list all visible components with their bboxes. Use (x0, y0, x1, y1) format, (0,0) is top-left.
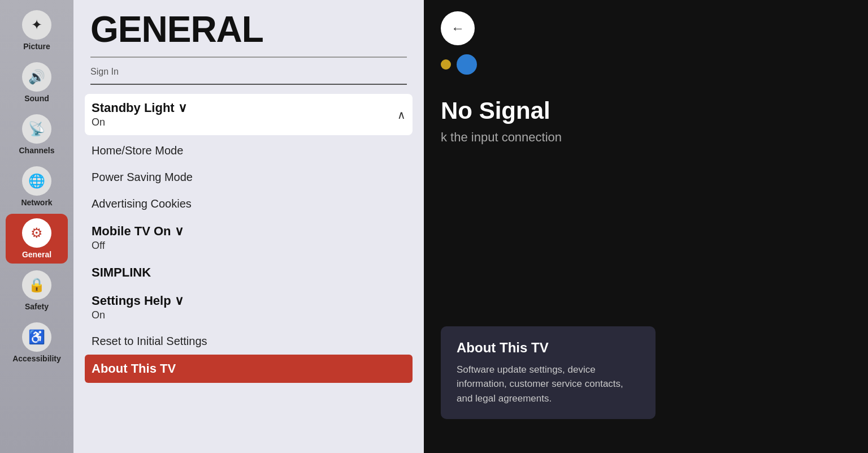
info-card-text: Software update settings, device informa… (457, 363, 640, 406)
settings-help-header: Settings Help ∨ On (92, 294, 406, 321)
channels-icon: 📡 (22, 114, 51, 144)
general-icon: ⚙ (22, 218, 51, 248)
sidebar-item-network-label: Network (21, 198, 52, 207)
sidebar-item-channels-label: Channels (19, 146, 54, 155)
simplink-name: SIMPLINK (92, 265, 406, 280)
page-title: GENERAL (90, 11, 407, 48)
amber-indicator (441, 59, 451, 70)
right-panel: ← No Signal k the input connection About… (424, 0, 868, 453)
indicator-row (441, 54, 477, 75)
back-button[interactable]: ← (441, 11, 475, 45)
mobile-tv-chevron-icon: ∨ (175, 224, 184, 238)
sign-in-label[interactable]: Sign In (73, 67, 424, 81)
home-store-mode-name: Home/Store Mode (92, 144, 406, 157)
sidebar-item-safety[interactable]: 🔒 Safety (6, 266, 68, 316)
menu-item-about-this-tv[interactable]: About This TV (85, 355, 413, 383)
network-icon: 🌐 (22, 166, 51, 196)
menu-item-power-saving-mode[interactable]: Power Saving Mode (85, 164, 413, 191)
safety-icon: 🔒 (22, 270, 51, 300)
settings-help-value: On (92, 309, 184, 321)
mobile-tv-on-name: Mobile TV On ∨ (92, 224, 184, 239)
accessibility-icon: ♿ (22, 322, 51, 352)
menu-item-standby-light[interactable]: Standby Light ∨ On ∧ (85, 94, 413, 135)
sidebar-item-general-label: General (22, 250, 51, 259)
menu-item-reset[interactable]: Reset to Initial Settings (85, 328, 413, 355)
blue-indicator (457, 54, 477, 75)
sidebar-item-picture-label: Picture (23, 42, 50, 51)
sound-icon: 🔊 (22, 62, 51, 92)
chevron-up-icon: ∧ (397, 108, 406, 122)
chevron-down-icon: ∨ (178, 101, 187, 115)
sidebar-item-sound-label: Sound (24, 94, 49, 103)
standby-light-content: Standby Light ∨ On (92, 101, 187, 128)
menu-item-mobile-tv-on[interactable]: Mobile TV On ∨ Off (85, 217, 413, 258)
no-signal-subtitle: k the input connection (441, 130, 562, 145)
no-signal-title: No Signal (441, 97, 550, 124)
sub-divider (90, 84, 407, 85)
mobile-tv-on-value: Off (92, 240, 184, 252)
sidebar: ✦ Picture 🔊 Sound 📡 Channels 🌐 Network ⚙… (0, 0, 73, 453)
sidebar-item-general[interactable]: ⚙ General (6, 214, 68, 264)
menu-item-settings-help[interactable]: Settings Help ∨ On (85, 287, 413, 328)
menu-list: Standby Light ∨ On ∧ Home/Store Mode Pow… (73, 94, 424, 453)
about-this-tv-name: About This TV (92, 361, 406, 376)
menu-item-advertising-cookies[interactable]: Advertising Cookies (85, 191, 413, 217)
sidebar-item-channels[interactable]: 📡 Channels (6, 110, 68, 159)
reset-name: Reset to Initial Settings (92, 335, 406, 348)
main-panel: GENERAL Sign In Standby Light ∨ On ∧ Hom… (73, 0, 424, 453)
panel-header: GENERAL (73, 0, 424, 48)
sidebar-item-picture[interactable]: ✦ Picture (6, 6, 68, 55)
settings-help-name: Settings Help ∨ (92, 294, 184, 308)
picture-icon: ✦ (22, 10, 51, 40)
menu-item-simplink[interactable]: SIMPLINK (85, 258, 413, 287)
back-icon: ← (451, 20, 465, 36)
settings-help-content: Settings Help ∨ On (92, 294, 184, 321)
sidebar-item-network[interactable]: 🌐 Network (6, 162, 68, 212)
menu-item-home-store-mode[interactable]: Home/Store Mode (85, 137, 413, 164)
standby-light-header: Standby Light ∨ On ∧ (92, 101, 406, 128)
standby-light-name: Standby Light ∨ (92, 101, 187, 115)
power-saving-mode-name: Power Saving Mode (92, 171, 406, 184)
sidebar-item-accessibility[interactable]: ♿ Accessibility (6, 318, 68, 368)
sidebar-item-safety-label: Safety (25, 302, 49, 311)
mobile-tv-on-header: Mobile TV On ∨ Off (92, 224, 406, 252)
top-divider (90, 57, 407, 58)
sidebar-item-accessibility-label: Accessibility (12, 354, 61, 363)
settings-help-chevron-icon: ∨ (175, 294, 184, 308)
advertising-cookies-name: Advertising Cookies (92, 197, 406, 210)
info-card: About This TV Software update settings, … (441, 326, 656, 420)
mobile-tv-on-content: Mobile TV On ∨ Off (92, 224, 184, 252)
sidebar-item-sound[interactable]: 🔊 Sound (6, 58, 68, 107)
info-card-title: About This TV (457, 340, 640, 356)
standby-light-value: On (92, 117, 187, 128)
